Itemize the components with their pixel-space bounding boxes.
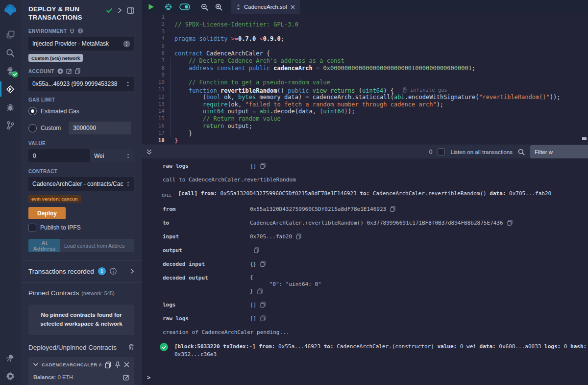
copy-icon[interactable]: [105, 361, 111, 368]
balance-value: 0 ETH: [58, 374, 73, 380]
remix-ide-window: DEPLOY & RUN TRANSACTIONS ENVIRONME: [0, 0, 588, 385]
copy-icon[interactable]: [390, 205, 395, 212]
environment-select[interactable]: Injected Provider - MetaMask: [28, 37, 134, 51]
deploy-run-panel: DEPLOY & RUN TRANSACTIONS ENVIRONME: [21, 0, 142, 385]
copy-icon[interactable]: [507, 219, 513, 226]
custom-gas-input[interactable]: [69, 122, 131, 134]
trash-icon[interactable]: [128, 344, 134, 351]
zoom-out-icon[interactable]: [201, 3, 208, 11]
ai-copilot-toggle-icon[interactable]: [179, 3, 190, 10]
listen-all-transactions-checkbox[interactable]: [438, 148, 445, 155]
plugin-manager-icon[interactable]: [0, 349, 21, 367]
terminal-prompt[interactable]: >: [147, 374, 150, 381]
ai-assistant-robot-icon[interactable]: [164, 3, 172, 11]
line-number: 2: [142, 21, 165, 28]
code-line: 7 // Declare Cadence Arch's address as a…: [142, 57, 588, 65]
info-icon[interactable]: [110, 268, 117, 275]
copy-account-icon[interactable]: [75, 68, 80, 74]
sign-message-icon[interactable]: [66, 68, 72, 74]
estimated-gas-radio[interactable]: [28, 107, 37, 115]
no-pinned-contracts-message: No pinned contracts found for selected w…: [28, 305, 134, 335]
value-label: VALUE: [28, 141, 134, 146]
terminal-output: raw logs[]call to CadenceArchCaler.rever…: [142, 158, 588, 385]
close-icon[interactable]: [124, 362, 129, 367]
settings-icon[interactable]: [0, 367, 21, 385]
solidity-file-icon: [236, 4, 241, 10]
code-line: 3: [142, 28, 588, 36]
log-row-to: toCadenceArchCaler.revertibleRandom() 0x…: [142, 219, 588, 227]
edit-balance-icon[interactable]: [123, 374, 129, 381]
search-icon[interactable]: [0, 44, 21, 62]
copy-icon[interactable]: [254, 247, 259, 253]
search-terminal-icon[interactable]: [518, 149, 525, 155]
compile-check-icon: [106, 7, 113, 14]
pin-panel-icon[interactable]: [127, 7, 134, 14]
terminal-rows: raw logs[]call to CadenceArchCaler.rever…: [142, 162, 588, 359]
editor-scrollbar-mark[interactable]: [582, 137, 587, 140]
indent-guide: [171, 57, 171, 137]
transactions-recorded-row[interactable]: Transactions recorded 1: [21, 260, 142, 282]
info-icon[interactable]: [77, 28, 83, 34]
code-line: 13 require(ok, "failed to fetch a random…: [142, 101, 588, 108]
copy-icon[interactable]: [257, 288, 263, 295]
line-number: 11: [142, 86, 165, 94]
publish-ipfs-label: Publish to IPFS: [40, 224, 81, 231]
copy-icon[interactable]: [296, 233, 301, 239]
add-account-icon[interactable]: [57, 68, 63, 74]
plug-icon[interactable]: [70, 28, 74, 34]
copy-icon[interactable]: [260, 315, 266, 321]
chevron-right-icon[interactable]: [118, 7, 122, 13]
code-line: 17 }: [142, 130, 588, 137]
close-tab-icon[interactable]: [291, 5, 295, 9]
pin-icon[interactable]: [115, 361, 121, 368]
log-row-output: output: [142, 247, 588, 254]
line-number: 16: [142, 123, 165, 130]
stepper-icon: [126, 181, 130, 187]
editor-toolbar: CadenceArch.sol: [142, 0, 588, 14]
terminal-filter-input[interactable]: [530, 145, 588, 158]
publish-ipfs-checkbox[interactable]: [28, 224, 36, 231]
run-script-play-icon[interactable]: [148, 3, 154, 10]
value-unit-select[interactable]: Wei: [90, 149, 134, 162]
copy-icon[interactable]: [260, 162, 266, 169]
evm-version-badge: evm version: cancun: [28, 195, 81, 203]
deploy-run-icon[interactable]: [0, 80, 21, 98]
contract-select[interactable]: CadenceArchCaler - contracts/Cac: [28, 177, 134, 191]
line-number: 18: [142, 137, 165, 145]
line-number: 13: [142, 101, 165, 108]
code-line: 9: [142, 72, 588, 79]
balance-label: Balance:: [33, 374, 56, 380]
copy-icon[interactable]: [260, 301, 266, 308]
file-explorer-icon[interactable]: [0, 26, 21, 44]
custom-gas-radio[interactable]: [28, 124, 37, 132]
code-lines: 12// SPDX-License-Identifier: GPL-3.034p…: [142, 14, 588, 144]
zoom-in-icon[interactable]: [215, 3, 222, 11]
copy-icon[interactable]: [260, 260, 266, 267]
log-row-decoded-input: decoded input{}: [142, 260, 588, 268]
value-input[interactable]: 0: [28, 149, 90, 162]
code-line: 2// SPDX-License-Identifier: GPL-3.0: [142, 21, 588, 28]
collapse-terminal-icon[interactable]: [147, 149, 152, 155]
account-select[interactable]: 0x55a...46923 (999.9999453238: [28, 77, 134, 91]
code-line: 15 // Return random value: [142, 115, 588, 123]
debugger-icon[interactable]: [0, 98, 21, 116]
at-address-button[interactable]: At Address: [28, 239, 60, 252]
panel-title: DEPLOY & RUN TRANSACTIONS: [28, 5, 82, 22]
remix-logo-icon[interactable]: [2, 2, 18, 18]
line-number: 3: [142, 28, 165, 36]
git-icon[interactable]: [0, 116, 21, 134]
line-number: 8: [142, 65, 165, 72]
log-call-summary[interactable]: call[call] from: 0x55a1320D432759960C5Df…: [142, 190, 588, 199]
chevron-down-icon[interactable]: [33, 363, 38, 366]
at-address-input[interactable]: [60, 239, 134, 252]
code-editor[interactable]: 12// SPDX-License-Identifier: GPL-3.034p…: [142, 14, 588, 145]
code-line: 5: [142, 43, 588, 50]
chevron-right-icon[interactable]: [130, 268, 134, 274]
tab-cadencearch-sol[interactable]: CadenceArch.sol: [231, 0, 300, 14]
stepper-icon: [126, 153, 130, 159]
solidity-compiler-icon[interactable]: [0, 62, 21, 80]
line-number: 14: [142, 108, 165, 115]
deploy-button[interactable]: Deploy: [28, 207, 66, 219]
log-block-summary[interactable]: [block:5033220 txIndex:-] from: 0x55a...…: [142, 343, 588, 359]
log-row-decoded-output: decoded output{ "0": "uint64: 0"}: [142, 274, 588, 295]
